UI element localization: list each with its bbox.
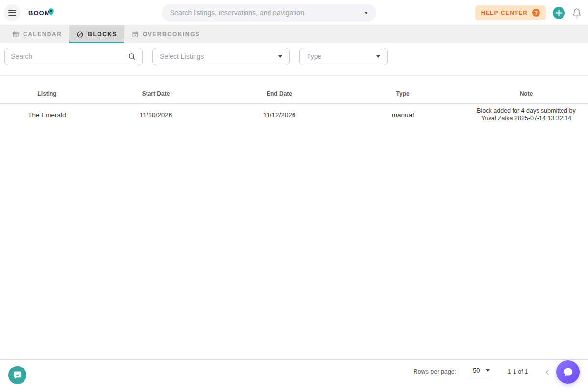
calendar-icon bbox=[12, 31, 19, 38]
add-button[interactable] bbox=[553, 7, 565, 19]
tab-bar: CALENDAR BLOCKS OVERBOOKINGS bbox=[0, 25, 588, 43]
block-icon bbox=[76, 31, 84, 38]
tab-calendar[interactable]: CALENDAR bbox=[5, 25, 69, 43]
blocks-search-input[interactable] bbox=[11, 52, 128, 60]
type-placeholder: Type bbox=[307, 52, 321, 60]
filters-row: Select Listings Type bbox=[0, 43, 588, 65]
boom-logo[interactable]: BOOM bbox=[28, 10, 54, 18]
table-header-row: Listing Start Date End Date Type Note bbox=[0, 76, 588, 104]
chevron-left-icon bbox=[543, 368, 552, 377]
rows-per-page-select[interactable]: 50 bbox=[470, 367, 491, 377]
top-bar-actions: HELP CENTER ? bbox=[475, 0, 582, 25]
pagination-range: 1-1 of 1 bbox=[508, 368, 528, 376]
column-header-start-date: Start Date bbox=[94, 90, 218, 97]
global-search-combobox[interactable] bbox=[162, 4, 376, 22]
column-header-note: Note bbox=[465, 90, 588, 97]
column-header-end-date: End Date bbox=[218, 90, 341, 97]
overbooking-calendar-icon bbox=[132, 31, 139, 38]
blocks-table: Listing Start Date End Date Type Note Th… bbox=[0, 75, 588, 125]
rows-per-page-label: Rows per page: bbox=[414, 368, 457, 376]
tab-blocks-label: BLOCKS bbox=[88, 31, 117, 38]
top-bar: BOOM HELP CENTER ? bbox=[0, 0, 588, 25]
hamburger-icon bbox=[8, 10, 16, 11]
bell-icon bbox=[572, 8, 582, 18]
cell-start-date: 11/10/2026 bbox=[94, 111, 218, 119]
boom-logo-text: BOOM bbox=[28, 10, 50, 16]
notifications-button[interactable] bbox=[572, 8, 582, 18]
column-header-type: Type bbox=[341, 90, 465, 97]
cell-note: Block added for 4 days submitted by Yuva… bbox=[465, 107, 588, 122]
chevron-down-icon bbox=[278, 55, 282, 58]
select-listings-dropdown[interactable]: Select Listings bbox=[152, 48, 290, 65]
support-chat-button-left[interactable] bbox=[8, 366, 26, 384]
cell-end-date: 11/12/2026 bbox=[218, 111, 341, 119]
pagination-bar: Rows per page: 50 1-1 of 1 bbox=[0, 359, 588, 392]
chevron-down-icon bbox=[486, 369, 490, 372]
search-icon bbox=[128, 52, 136, 61]
blocks-search-field[interactable] bbox=[4, 48, 143, 65]
cell-listing: The Emerald bbox=[0, 111, 94, 119]
select-listings-placeholder: Select Listings bbox=[160, 52, 204, 60]
previous-page-button[interactable] bbox=[543, 368, 552, 377]
map-pin-icon bbox=[49, 8, 54, 18]
global-search-input[interactable] bbox=[170, 9, 364, 17]
tab-overbookings-label: OVERBOOKINGS bbox=[143, 31, 200, 38]
tab-calendar-label: CALENDAR bbox=[23, 31, 62, 38]
tab-overbookings[interactable]: OVERBOOKINGS bbox=[124, 25, 207, 43]
support-chat-button-right[interactable] bbox=[556, 360, 580, 384]
cell-type: manual bbox=[341, 111, 465, 119]
column-header-listing: Listing bbox=[0, 90, 94, 97]
tab-blocks[interactable]: BLOCKS bbox=[69, 25, 124, 43]
hamburger-menu-button[interactable] bbox=[4, 4, 21, 21]
table-row[interactable]: The Emerald 11/10/2026 11/12/2026 manual… bbox=[0, 104, 588, 125]
help-center-label: HELP CENTER bbox=[481, 10, 528, 16]
rows-per-page-value: 50 bbox=[473, 367, 480, 374]
chat-smile-icon bbox=[13, 370, 22, 380]
question-mark-icon: ? bbox=[532, 9, 540, 17]
help-center-button[interactable]: HELP CENTER ? bbox=[475, 5, 546, 20]
plus-icon bbox=[555, 9, 563, 17]
chevron-down-icon bbox=[376, 55, 380, 58]
chat-bubble-icon bbox=[562, 366, 574, 378]
chevron-down-icon[interactable] bbox=[364, 12, 368, 14]
type-dropdown[interactable]: Type bbox=[299, 48, 388, 65]
